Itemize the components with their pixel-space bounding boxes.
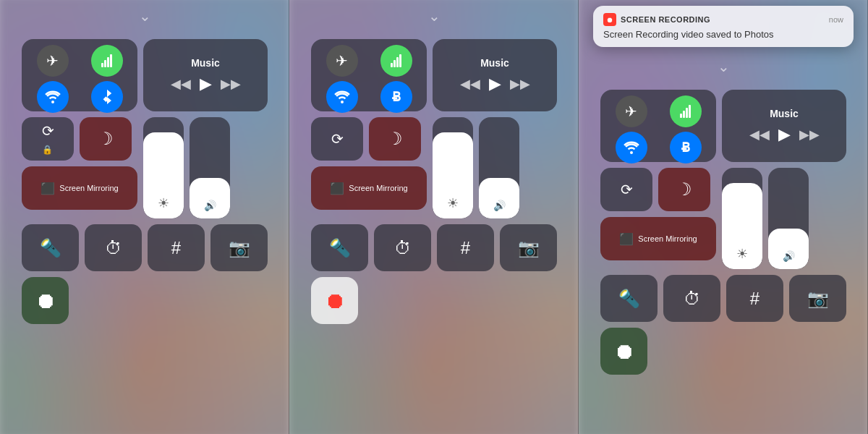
camera-icon-3: 📷 bbox=[807, 289, 829, 309]
screen-mirroring-btn-2[interactable]: ⬛ Screen Mirroring bbox=[311, 166, 427, 210]
flashlight-btn[interactable]: 🔦 bbox=[22, 224, 79, 271]
screen-mirror-label-3: Screen Mirroring bbox=[638, 234, 697, 243]
cellular-btn-2[interactable] bbox=[380, 45, 412, 77]
flashlight-btn-3[interactable]: 🔦 bbox=[600, 275, 658, 322]
connectivity-block-1: ✈ bbox=[22, 39, 137, 111]
timer-btn[interactable]: ⏱ bbox=[85, 224, 142, 271]
screen-mirror-icon-3: ⬛ bbox=[619, 232, 634, 246]
mid-right-1: ☀ 🔊 bbox=[143, 117, 268, 218]
wifi-icon-3 bbox=[624, 141, 639, 154]
do-not-disturb-btn[interactable]: ☽ bbox=[80, 117, 132, 161]
cellular-icon-3 bbox=[680, 105, 691, 118]
wifi-btn[interactable] bbox=[37, 81, 69, 113]
flashlight-icon: 🔦 bbox=[40, 238, 61, 258]
camera-btn-2[interactable]: 📷 bbox=[500, 224, 557, 271]
timer-btn-2[interactable]: ⏱ bbox=[374, 224, 431, 271]
volume-icon-3: 🔊 bbox=[783, 250, 795, 262]
flashlight-icon-2: 🔦 bbox=[329, 238, 351, 258]
bluetooth-btn[interactable]: ⬥ bbox=[91, 81, 123, 113]
music-block-3: Music ◀◀ ▶ ▶▶ bbox=[722, 90, 846, 162]
bluetooth-btn-2[interactable]: Ƀ bbox=[380, 81, 412, 113]
volume-slider-3[interactable]: 🔊 bbox=[768, 168, 809, 269]
screen-record-btn-3[interactable]: ⏺ bbox=[600, 328, 647, 375]
brightness-icon: ☀ bbox=[158, 195, 169, 211]
volume-icon: 🔊 bbox=[204, 200, 216, 211]
record-circle-icon-3: ⏺ bbox=[613, 339, 635, 364]
timer-icon: ⏱ bbox=[105, 238, 122, 258]
record-row-3: ⏺ bbox=[600, 328, 846, 375]
camera-btn-3[interactable]: 📷 bbox=[789, 275, 846, 322]
wifi-btn-2[interactable] bbox=[326, 81, 358, 113]
volume-slider[interactable]: 🔊 bbox=[190, 117, 230, 218]
top-row-2: ✈ Ƀ bbox=[311, 39, 557, 111]
calculator-icon-2: # bbox=[461, 238, 470, 258]
airplane-mode-btn-2[interactable]: ✈ bbox=[326, 45, 358, 77]
orientation-lock-btn-3[interactable]: ⟳ bbox=[600, 168, 652, 211]
do-not-disturb-btn-3[interactable]: ☽ bbox=[658, 168, 710, 211]
music-controls-1: ◀◀ ▶ ▶▶ bbox=[171, 75, 241, 93]
next-btn-2[interactable]: ▶▶ bbox=[510, 76, 530, 92]
cellular-icon bbox=[101, 54, 112, 67]
bluetooth-icon-2: Ƀ bbox=[392, 89, 401, 105]
music-controls-3: ◀◀ ▶ ▶▶ bbox=[749, 125, 820, 144]
screen-mirroring-btn[interactable]: ⬛ Screen Mirroring bbox=[22, 166, 137, 210]
play-btn-2[interactable]: ▶ bbox=[489, 75, 501, 93]
record-notif-icon: ⏺ bbox=[606, 16, 613, 24]
orientation-lock-btn[interactable]: ⟳🔒 bbox=[22, 117, 74, 161]
mid-left-3: ⟳ ☽ ⬛ Screen Mirroring bbox=[600, 168, 716, 269]
calculator-icon-3: # bbox=[750, 289, 760, 309]
music-block-2: Music ◀◀ ▶ ▶▶ bbox=[433, 39, 557, 111]
airplane-mode-btn-3[interactable]: ✈ bbox=[616, 95, 647, 127]
screen-record-btn-2[interactable]: ⏺ bbox=[311, 277, 358, 324]
brightness-icon-3: ☀ bbox=[736, 246, 748, 262]
notif-header: ⏺ SCREEN RECORDING now bbox=[603, 13, 843, 26]
notification-banner[interactable]: ⏺ SCREEN RECORDING now Screen Recording … bbox=[593, 6, 854, 47]
screen-mirror-icon: ⬛ bbox=[41, 182, 55, 195]
screen-mirror-label-2: Screen Mirroring bbox=[349, 184, 407, 192]
timer-icon-2: ⏱ bbox=[394, 238, 412, 258]
do-not-disturb-btn-2[interactable]: ☽ bbox=[369, 117, 421, 161]
bluetooth-btn-3[interactable]: Ƀ bbox=[670, 132, 702, 163]
camera-btn[interactable]: 📷 bbox=[210, 224, 268, 271]
next-btn[interactable]: ▶▶ bbox=[221, 76, 241, 92]
top-row-1: ✈ bbox=[22, 39, 268, 111]
bottom-row-1: 🔦 ⏱ # 📷 bbox=[22, 224, 268, 271]
screen-record-btn-1[interactable]: ⏺ bbox=[22, 277, 69, 324]
bluetooth-icon-3: Ƀ bbox=[681, 140, 690, 156]
brightness-slider-3[interactable]: ☀ bbox=[722, 168, 762, 269]
wifi-btn-3[interactable] bbox=[616, 132, 647, 163]
moon-icon-3: ☽ bbox=[676, 179, 692, 200]
cellular-btn-3[interactable] bbox=[670, 95, 702, 127]
mid-left-1: ⟳🔒 ☽ ⬛ Screen Mirroring bbox=[22, 117, 137, 218]
prev-btn-3[interactable]: ◀◀ bbox=[749, 127, 770, 142]
prev-btn-2[interactable]: ◀◀ bbox=[460, 76, 480, 92]
next-btn-3[interactable]: ▶▶ bbox=[799, 127, 820, 142]
camera-icon: 📷 bbox=[229, 238, 250, 258]
play-btn-3[interactable]: ▶ bbox=[778, 125, 791, 144]
airplane-mode-btn[interactable]: ✈ bbox=[37, 45, 69, 77]
calculator-btn[interactable]: # bbox=[148, 224, 205, 271]
screen-mirror-label: Screen Mirroring bbox=[59, 184, 118, 192]
mid-right-2: ☀ 🔊 bbox=[433, 117, 557, 218]
music-controls-2: ◀◀ ▶ ▶▶ bbox=[460, 75, 530, 93]
notif-app-name: SCREEN RECORDING bbox=[621, 15, 710, 24]
calculator-btn-2[interactable]: # bbox=[437, 224, 494, 271]
phone-panel-2: ⌄ ✈ Ƀ bbox=[289, 0, 579, 434]
bluetooth-icon: ⬥ bbox=[101, 89, 114, 105]
flashlight-btn-2[interactable]: 🔦 bbox=[311, 224, 368, 271]
cellular-icon-2 bbox=[391, 54, 401, 67]
wifi-icon-2 bbox=[334, 90, 350, 103]
cellular-btn[interactable] bbox=[91, 45, 123, 77]
notif-app-info: ⏺ SCREEN RECORDING bbox=[603, 13, 710, 26]
brightness-slider-2[interactable]: ☀ bbox=[433, 117, 473, 218]
brightness-slider[interactable]: ☀ bbox=[143, 117, 184, 218]
screen-mirroring-btn-3[interactable]: ⬛ Screen Mirroring bbox=[600, 217, 716, 260]
calculator-btn-3[interactable]: # bbox=[726, 275, 783, 322]
control-center-1: ✈ bbox=[22, 39, 268, 324]
music-title-3: Music bbox=[770, 108, 799, 119]
orientation-lock-btn-2[interactable]: ⟳ bbox=[311, 117, 363, 161]
prev-btn[interactable]: ◀◀ bbox=[171, 76, 191, 92]
volume-slider-2[interactable]: 🔊 bbox=[479, 117, 519, 218]
play-btn[interactable]: ▶ bbox=[200, 75, 212, 93]
timer-btn-3[interactable]: ⏱ bbox=[663, 275, 720, 322]
